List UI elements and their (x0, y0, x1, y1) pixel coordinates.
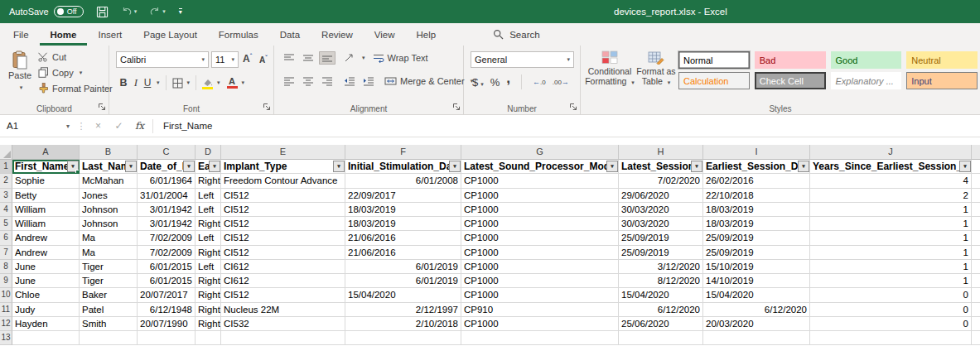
cell-G5[interactable]: CP1000 (461, 217, 619, 231)
bottom-align-button[interactable] (319, 51, 336, 65)
cell-F1[interactable]: Initial_Stimulation_Date▾ (345, 160, 461, 174)
cell-A2[interactable]: Sophie (12, 174, 80, 188)
cell-E3[interactable]: CI512 (221, 189, 345, 203)
style-normal[interactable]: Normal (678, 51, 750, 69)
name-box[interactable]: A1 ▾ (0, 115, 75, 137)
align-left-button[interactable] (281, 74, 297, 88)
row-header-7[interactable]: 7 (0, 246, 12, 260)
cell-H11[interactable]: 6/12/2020 (619, 303, 703, 317)
cell-H8[interactable]: 3/12/2020 (619, 260, 703, 274)
cell-G9[interactable]: CP1000 (461, 274, 619, 288)
customize-quick-access-icon[interactable]: ▾ (179, 8, 182, 15)
cell-C9[interactable]: 6/01/2015 (138, 274, 196, 288)
cell-J2[interactable]: 4 (810, 174, 972, 188)
cell-H6[interactable]: 25/09/2019 (619, 231, 703, 245)
cell-I11[interactable]: 6/12/2020 (703, 303, 810, 317)
cell-E11[interactable]: Nucleus 22M (221, 303, 345, 317)
cell-A6[interactable]: Andrew (12, 231, 80, 245)
col-header-D[interactable]: D (196, 145, 221, 160)
row-header-12[interactable]: 12 (0, 317, 12, 331)
cell-D1[interactable]: Ear▾ (196, 160, 221, 174)
number-format-select[interactable]: General ▾ (471, 51, 574, 68)
cell-G6[interactable]: CP1000 (461, 231, 619, 245)
cell-H9[interactable]: 8/12/2020 (619, 274, 703, 288)
cell-D2[interactable]: Right (196, 174, 221, 188)
fill-handle[interactable] (75, 170, 80, 174)
row-header-3[interactable]: 3 (0, 189, 12, 203)
bold-button[interactable]: B (118, 77, 129, 89)
cell-J1[interactable]: Years_Since_Earliest_Session_Date▾ (810, 160, 972, 174)
cell-D5[interactable]: Right (196, 217, 221, 231)
cell-A8[interactable]: June (12, 260, 80, 274)
cell-I4[interactable]: 18/03/2019 (703, 203, 810, 217)
style-calculation[interactable]: Calculation (678, 72, 750, 89)
cell-D8[interactable]: Left (196, 260, 221, 274)
row-header-4[interactable]: 4 (0, 203, 12, 217)
cell-A3[interactable]: Betty (12, 189, 80, 203)
tab-help[interactable]: Help (406, 23, 447, 46)
font-size-select[interactable]: 11 ▾ (211, 51, 239, 68)
cell-J5[interactable]: 1 (810, 217, 972, 231)
cell-B11[interactable]: Patel (80, 303, 138, 317)
cell-F2[interactable]: 6/01/2008 (345, 174, 461, 188)
cell-D13[interactable] (196, 331, 221, 345)
cell-A1[interactable]: First_Name▾ (12, 160, 80, 174)
cell-G2[interactable]: CP1000 (461, 174, 619, 188)
conditional-formatting-button[interactable]: Conditional Formatting ▾ (585, 50, 635, 87)
cell-F9[interactable]: 6/01/2019 (345, 274, 461, 288)
font-dialog-launcher[interactable] (263, 103, 271, 111)
borders-button[interactable] (172, 77, 183, 89)
cell-I9[interactable]: 14/10/2019 (703, 274, 810, 288)
align-center-button[interactable] (300, 74, 316, 88)
col-header-B[interactable]: B (80, 145, 138, 160)
cell-J8[interactable]: 1 (810, 260, 972, 274)
cell-C6[interactable]: 7/02/2009 (138, 231, 196, 245)
tab-file[interactable]: File (2, 23, 40, 46)
filter-button[interactable]: ▾ (606, 161, 618, 172)
row-header-11[interactable]: 11 (0, 303, 12, 317)
row-header-8[interactable]: 8 (0, 260, 12, 274)
cell-F7[interactable]: 21/06/2016 (345, 246, 461, 260)
cell-E8[interactable]: CI612 (221, 260, 345, 274)
filter-button[interactable]: ▾ (125, 161, 137, 172)
decrease-indent-button[interactable] (341, 74, 358, 88)
tab-home[interactable]: Home (40, 23, 88, 46)
cell-I6[interactable]: 25/09/2019 (703, 231, 810, 245)
orientation-button[interactable] (341, 51, 357, 65)
filter-button[interactable]: ▾ (333, 161, 345, 172)
cell-F11[interactable]: 2/12/1997 (345, 303, 461, 317)
cell-F13[interactable] (345, 331, 461, 345)
cell-G8[interactable]: CP1000 (461, 260, 619, 274)
fill-color-button[interactable] (202, 76, 213, 89)
cell-E5[interactable]: CI512 (221, 217, 345, 231)
clipboard-dialog-launcher[interactable] (98, 103, 106, 111)
cell-H2[interactable]: 7/02/2020 (619, 174, 703, 188)
cell-C7[interactable]: 7/02/2009 (138, 246, 196, 260)
col-header-J[interactable]: J (810, 145, 972, 160)
cell-C5[interactable]: 3/01/1942 (138, 217, 196, 231)
cell-A10[interactable]: Chloe (12, 288, 80, 302)
row-header-1[interactable]: 1 (0, 160, 12, 174)
cell-F4[interactable]: 18/03/2019 (345, 203, 461, 217)
insert-function-button[interactable]: fx (129, 120, 150, 132)
cell-C1[interactable]: Date_of_Birth▾ (138, 160, 196, 174)
cell-B1[interactable]: Last_Name▾ (80, 160, 138, 174)
row-header-10[interactable]: 10 (0, 288, 12, 302)
increase-decimal-button[interactable]: ←.0 (533, 78, 546, 86)
cell-C13[interactable] (138, 331, 196, 345)
redo-button[interactable]: ▾ (149, 6, 166, 17)
cell-E13[interactable] (221, 331, 345, 345)
cell-B7[interactable]: Ma (80, 246, 138, 260)
cell-J13[interactable] (810, 331, 972, 345)
cell-G10[interactable]: CP1000 (461, 288, 619, 302)
filter-button[interactable]: ▾ (959, 161, 971, 172)
cell-A13[interactable] (12, 331, 80, 345)
cell-B2[interactable]: McMahan (80, 174, 138, 188)
wrap-text-button[interactable]: Wrap Text (373, 53, 428, 63)
cell-J7[interactable]: 1 (810, 246, 972, 260)
cell-B13[interactable] (80, 331, 138, 345)
formula-bar-content[interactable]: First_Name (156, 121, 212, 131)
cell-C12[interactable]: 20/07/1990 (138, 317, 196, 331)
cell-B3[interactable]: Jones (80, 189, 138, 203)
cell-A12[interactable]: Hayden (12, 317, 80, 331)
